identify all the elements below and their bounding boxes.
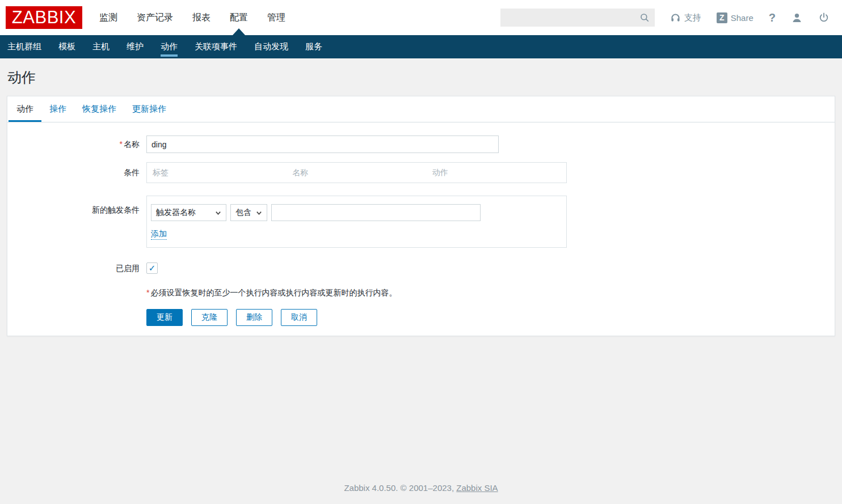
- subnav-host-groups[interactable]: 主机群组: [7, 35, 41, 58]
- action-tabs: 动作 操作 恢复操作 更新操作: [7, 96, 835, 122]
- conditions-header-label: 标签: [147, 168, 287, 178]
- tab-operations[interactable]: 操作: [41, 96, 74, 122]
- user-profile-icon[interactable]: [791, 12, 803, 24]
- main-nav: 监测 资产记录 报表 配置 管理: [90, 0, 295, 35]
- subnav-active-indicator: [161, 54, 178, 57]
- required-asterisk: *: [120, 139, 123, 149]
- condition-type-select[interactable]: 触发器名称: [151, 204, 226, 221]
- subnav-discovery[interactable]: 自动发现: [254, 35, 288, 58]
- required-asterisk: *: [146, 288, 149, 297]
- support-label: 支持: [684, 12, 701, 23]
- search-input[interactable]: [506, 13, 639, 22]
- form-buttons-row: 更新 克隆 删除 取消: [7, 309, 835, 326]
- tab-update-operations[interactable]: 更新操作: [124, 96, 174, 122]
- page-footer: Zabbix 4.0.50. © 2001–2023, Zabbix SIA: [0, 475, 842, 504]
- name-row: *名称: [7, 135, 835, 153]
- action-edit-card: 动作 操作 恢复操作 更新操作 *名称 条件 标签 名称 动作 新的触发条件: [7, 96, 835, 336]
- subnav-services[interactable]: 服务: [305, 35, 322, 58]
- delete-button[interactable]: 删除: [236, 309, 272, 326]
- search-icon[interactable]: [639, 12, 650, 23]
- share-label: Share: [731, 13, 753, 23]
- zabbix-share-icon: Z: [717, 12, 727, 23]
- condition-type-value: 触发器名称: [156, 207, 196, 218]
- page-title: 动作: [7, 68, 835, 87]
- new-condition-row: 新的触发条件 触发器名称 包含 添加: [7, 196, 835, 248]
- selected-menu-caret-icon: [233, 28, 245, 35]
- action-form: *名称 条件 标签 名称 动作 新的触发条件 触发器名称: [7, 122, 835, 336]
- subnav-actions[interactable]: 动作: [161, 35, 178, 58]
- logout-power-icon[interactable]: [818, 12, 830, 23]
- subnav-hosts[interactable]: 主机: [92, 35, 110, 58]
- share-link[interactable]: Z Share: [717, 12, 753, 23]
- condition-pattern-field[interactable]: [271, 204, 481, 221]
- headset-icon: [670, 12, 681, 23]
- search-box[interactable]: [500, 9, 655, 27]
- subnav-maintenance[interactable]: 维护: [127, 35, 144, 58]
- conditions-header-name: 名称: [287, 168, 426, 178]
- cancel-button[interactable]: 取消: [281, 309, 317, 326]
- support-link[interactable]: 支持: [670, 12, 701, 23]
- top-header: ZABBIX 监测 资产记录 报表 配置 管理: [0, 0, 842, 35]
- required-note-row: *必须设置恢复时的至少一个执行内容或执行内容或更新时的执行内容。: [7, 288, 835, 298]
- conditions-row: 条件 标签 名称 动作: [7, 162, 835, 183]
- chevron-down-icon: [215, 210, 221, 216]
- enabled-row: 已启用: [7, 262, 835, 274]
- nav-item-configuration[interactable]: 配置: [220, 0, 258, 35]
- enabled-label: 已启用: [7, 262, 146, 274]
- conditions-table: 标签 名称 动作: [146, 162, 567, 183]
- nav-item-configuration-label: 配置: [230, 12, 248, 24]
- footer-version-text: Zabbix 4.0.50. © 2001–2023,: [344, 483, 454, 493]
- nav-item-monitoring[interactable]: 监测: [90, 0, 127, 35]
- update-button[interactable]: 更新: [146, 309, 183, 326]
- conditions-header-action: 动作: [427, 168, 566, 178]
- help-icon[interactable]: ?: [769, 11, 776, 24]
- nav-item-administration[interactable]: 管理: [258, 0, 295, 35]
- condition-operator-value: 包含: [235, 207, 251, 218]
- enabled-checkbox[interactable]: [146, 262, 158, 274]
- clone-button[interactable]: 克隆: [191, 309, 228, 326]
- new-condition-box: 触发器名称 包含 添加: [146, 196, 567, 248]
- zabbix-logo[interactable]: ZABBIX: [6, 6, 82, 29]
- button-group: 更新 克隆 删除 取消: [146, 309, 317, 326]
- nav-item-reports[interactable]: 报表: [183, 0, 220, 35]
- subnav-actions-label: 动作: [161, 41, 178, 52]
- new-condition-label: 新的触发条件: [7, 196, 146, 218]
- add-condition-link[interactable]: 添加: [151, 229, 167, 240]
- required-note: *必须设置恢复时的至少一个执行内容或执行内容或更新时的执行内容。: [146, 288, 397, 298]
- tab-recovery-operations[interactable]: 恢复操作: [74, 96, 124, 122]
- condition-operator-select[interactable]: 包含: [230, 204, 267, 221]
- subnav-event-correlation[interactable]: 关联项事件: [195, 35, 237, 58]
- configuration-sub-nav: 主机群组 模板 主机 维护 动作 关联项事件 自动发现 服务: [0, 35, 842, 58]
- subnav-templates[interactable]: 模板: [58, 35, 75, 58]
- name-field[interactable]: [146, 135, 499, 153]
- chevron-down-icon: [256, 210, 262, 216]
- name-label: *名称: [7, 135, 146, 153]
- zabbix-sia-link[interactable]: Zabbix SIA: [456, 483, 498, 493]
- conditions-label: 条件: [7, 162, 146, 183]
- nav-item-inventory[interactable]: 资产记录: [127, 0, 183, 35]
- tab-action[interactable]: 动作: [9, 96, 41, 122]
- header-right-controls: 支持 Z Share ?: [500, 9, 830, 27]
- new-condition-controls: 触发器名称 包含: [151, 204, 562, 221]
